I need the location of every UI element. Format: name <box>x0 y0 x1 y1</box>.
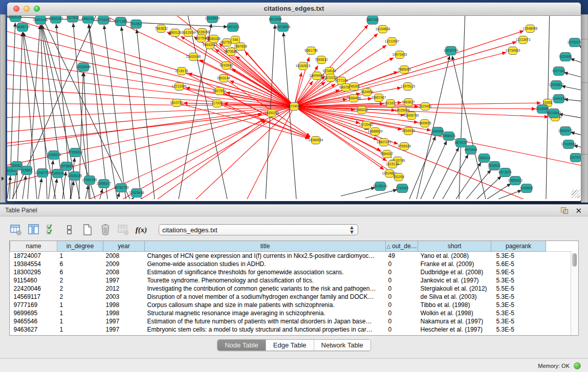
show-column-button[interactable] <box>27 223 40 236</box>
table-cell[interactable]: 9465546 <box>10 317 57 325</box>
table-row[interactable]: 1830029562008Estimation of significance … <box>10 268 572 276</box>
table-row[interactable]: 977716911998Corpus callosum shape and si… <box>10 301 572 309</box>
graph-edge[interactable] <box>341 187 375 196</box>
table-cell[interactable]: 5.3E-5 <box>491 317 546 325</box>
table-row[interactable]: 911546021997Tourette syndrome. Phenomeno… <box>10 276 572 285</box>
table-cell[interactable]: Genome-wide association studies in ADHD. <box>145 260 386 268</box>
graph-edge[interactable] <box>7 106 294 134</box>
graph-edge[interactable] <box>498 190 522 199</box>
float-panel-icon[interactable] <box>561 207 568 214</box>
graph-edge[interactable] <box>564 99 581 104</box>
table-cell[interactable]: Hescheler et al. (1997) <box>418 325 491 334</box>
network-window-titlebar[interactable]: citations_edges.txt <box>7 3 581 16</box>
column-header-pagerank[interactable]: pagerank <box>491 241 546 252</box>
table-row[interactable]: 946554611997Estimation of the future num… <box>10 317 572 325</box>
graph-edge[interactable] <box>294 103 541 106</box>
table-cell[interactable]: Franke et al. (2009) <box>418 260 491 268</box>
table-cell[interactable]: 9699695 <box>10 309 57 317</box>
table-cell[interactable]: 14569117 <box>10 293 57 301</box>
table-cell[interactable]: Disruption of a novel member of a sodium… <box>145 293 386 301</box>
close-panel-icon[interactable]: ✕ <box>575 207 582 214</box>
table-cell[interactable]: 1 <box>57 309 103 317</box>
graph-edge[interactable] <box>561 86 581 95</box>
tab-node-table[interactable]: Node Table <box>217 340 266 351</box>
graph-edge[interactable] <box>284 32 296 199</box>
table-cell[interactable]: 22420046 <box>10 285 57 293</box>
graph-edge[interactable] <box>117 192 120 199</box>
delete-columns-button[interactable] <box>99 223 112 236</box>
function-builder-button[interactable]: f(x) <box>135 223 148 236</box>
network-canvas[interactable]: 1872400779638228960128891295423226058982… <box>7 16 581 199</box>
table-cell[interactable]: 0 <box>386 325 418 334</box>
table-cell[interactable]: 0 <box>386 268 418 276</box>
table-cell[interactable]: Stergiakouli et al. (2012) <box>418 285 491 293</box>
table-cell[interactable]: 1 <box>57 325 103 334</box>
graph-edge[interactable] <box>38 178 41 199</box>
table-cell[interactable]: de Silva et al. (2003) <box>418 293 491 301</box>
table-row[interactable]: 1872400712008Changes of HCN gene express… <box>10 252 572 260</box>
table-cell[interactable]: 5.3E-5 <box>491 301 546 309</box>
table-cell[interactable]: 1 <box>57 252 103 260</box>
table-cell[interactable]: 2009 <box>103 260 145 268</box>
column-header-title[interactable]: title <box>145 241 386 252</box>
table-cell[interactable]: 5.5E-5 <box>491 285 546 293</box>
column-header-outde[interactable]: △out_de… <box>386 241 418 252</box>
graph-edge[interactable] <box>231 47 294 106</box>
table-cell[interactable]: Estimation of significance thresholds fo… <box>145 268 386 276</box>
table-cell[interactable]: 1998 <box>103 301 145 309</box>
table-cell[interactable]: 9463627 <box>10 325 57 334</box>
table-cell[interactable]: 6 <box>57 260 103 268</box>
graph-edge[interactable] <box>579 46 581 57</box>
table-cell[interactable]: 19384554 <box>10 260 57 268</box>
table-cell[interactable]: Wolkin et al. (1998) <box>418 309 491 317</box>
table-cell[interactable]: Embryonic stem cells: a model to study s… <box>145 325 386 334</box>
table-cell[interactable]: 2012 <box>103 285 145 293</box>
panel-collapse-arrow-icon[interactable] <box>2 177 4 181</box>
table-cell[interactable]: 1997 <box>103 325 145 334</box>
table-cell[interactable]: Yano et al. (2008) <box>418 252 491 260</box>
column-header-short[interactable]: short <box>418 241 491 252</box>
table-cell[interactable]: 18300295 <box>10 268 57 276</box>
table-cell[interactable]: Tibbo et al. (1998) <box>418 301 491 309</box>
table-cell[interactable]: 0 <box>386 309 418 317</box>
table-cell[interactable]: 1997 <box>103 317 145 325</box>
table-selector-dropdown[interactable]: citations_edges.txt ▲▼ <box>159 224 358 235</box>
graph-edge[interactable] <box>571 132 581 139</box>
table-cell[interactable]: 9115460 <box>10 276 57 285</box>
table-cell[interactable]: 49 <box>386 252 418 260</box>
graph-edge[interactable] <box>104 25 126 199</box>
table-cell[interactable]: 5.3E-5 <box>491 293 546 301</box>
resize-grip[interactable] <box>572 190 580 198</box>
table-cell[interactable]: 2008 <box>103 268 145 276</box>
graph-edge[interactable] <box>365 190 397 198</box>
table-cell[interactable]: 5.3E-5 <box>491 309 546 317</box>
create-new-column-button[interactable] <box>81 223 94 236</box>
graph-edge[interactable] <box>574 145 581 151</box>
table-cell[interactable]: 0 <box>386 276 418 285</box>
table-cell[interactable]: Structural magnetic resonance image aver… <box>145 309 386 317</box>
table-cell[interactable]: 5.3E-5 <box>491 325 546 334</box>
table-cell[interactable]: 5.9E-5 <box>491 268 546 276</box>
column-header-indegree[interactable]: in_degree <box>57 241 103 252</box>
table-cell[interactable]: Changes of HCN gene expression and I(f) … <box>145 252 386 260</box>
table-cell[interactable]: 2003 <box>103 293 145 301</box>
graph-edge[interactable] <box>452 56 486 199</box>
graph-edge[interactable] <box>100 189 102 199</box>
memory-status-indicator[interactable] <box>574 362 581 369</box>
table-cell[interactable]: Estimation of the future numbers of pati… <box>145 317 386 325</box>
table-scrollbar[interactable] <box>571 252 578 335</box>
table-cell[interactable]: Nakamura et al. (1997) <box>418 317 491 325</box>
graph-edge[interactable] <box>85 185 89 199</box>
graph-edge[interactable] <box>421 141 447 199</box>
graph-edge[interactable] <box>443 155 468 199</box>
table-cell[interactable]: 5.3E-5 <box>491 276 546 285</box>
table-cell[interactable]: 2008 <box>103 252 145 260</box>
graph-edge[interactable] <box>477 176 502 199</box>
table-row[interactable]: 1456911722003Disruption of a novel membe… <box>10 293 572 301</box>
table-row[interactable]: 2242004622012Investigating the contribut… <box>10 285 572 293</box>
graph-edge[interactable] <box>16 32 23 199</box>
table-cell[interactable]: 0 <box>386 293 418 301</box>
table-cell[interactable]: 2 <box>57 293 103 301</box>
graph-edge[interactable] <box>559 114 581 122</box>
graph-edge[interactable] <box>409 136 435 199</box>
